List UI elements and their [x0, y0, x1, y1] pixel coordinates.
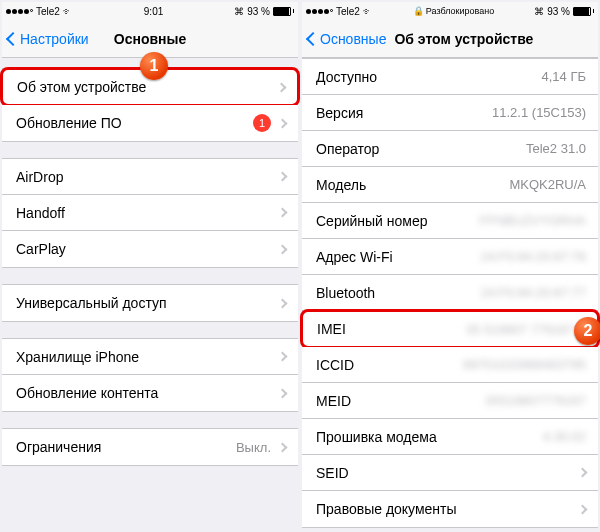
- settings-row[interactable]: Обновление контента: [2, 375, 298, 411]
- chevron-right-icon: [278, 298, 288, 308]
- battery-icon: [273, 7, 294, 16]
- row-label: MEID: [316, 393, 351, 409]
- row-label: SEID: [316, 465, 349, 481]
- about-row[interactable]: Правовые документы: [302, 491, 598, 527]
- chevron-right-icon: [278, 244, 288, 254]
- about-row: Адрес Wi-Fi24:F0:94:20:87:76: [302, 239, 598, 275]
- row-label: Оператор: [316, 141, 379, 157]
- update-badge: 1: [253, 114, 271, 132]
- chevron-right-icon: [278, 388, 288, 398]
- row-label: Прошивка модема: [316, 429, 437, 445]
- about-row: ОператорTele2 31.0: [302, 131, 598, 167]
- battery-pct: 93 %: [247, 6, 270, 17]
- row-value: MKQK2RU/A: [509, 177, 586, 192]
- row-label: Хранилище iPhone: [16, 349, 139, 365]
- chevron-right-icon: [278, 352, 288, 362]
- signal-icon: [6, 9, 33, 14]
- row-value: 4,14 ГБ: [542, 69, 586, 84]
- about-row: IMEI35 519807 779167 9: [300, 309, 600, 349]
- settings-row[interactable]: CarPlay: [2, 231, 298, 267]
- row-label: Обновление контента: [16, 385, 158, 401]
- page-title: Об этом устройстве: [394, 31, 533, 47]
- unlocked-label: Разблокировано: [426, 6, 494, 16]
- settings-row[interactable]: Handoff: [2, 195, 298, 231]
- nav-header: Настройки Основные 1: [2, 20, 298, 58]
- settings-row[interactable]: Хранилище iPhone: [2, 339, 298, 375]
- battery-pct: 93 %: [547, 6, 570, 17]
- about-row: Серийный номерFFNBUZVYGRHA: [302, 203, 598, 239]
- about-list: 2 Доступно4,14 ГБВерсия11.2.1 (15C153)Оп…: [302, 58, 598, 528]
- row-label: AirDrop: [16, 169, 63, 185]
- row-label: Bluetooth: [316, 285, 375, 301]
- wifi-icon: ᯤ: [363, 6, 373, 17]
- wifi-icon: ᯤ: [63, 6, 73, 17]
- chevron-right-icon: [278, 118, 288, 128]
- row-value: 24:F0:94:20:87:76: [480, 249, 586, 264]
- page-title: Основные: [114, 31, 187, 47]
- row-label: Handoff: [16, 205, 65, 221]
- row-value: 24:F0:94:20:87:77: [480, 285, 586, 300]
- row-value: Выкл.: [236, 440, 271, 455]
- signal-icon: [306, 9, 333, 14]
- about-row: Доступно4,14 ГБ: [302, 59, 598, 95]
- about-row: Bluetooth24:F0:94:20:87:77: [302, 275, 598, 311]
- carrier-label: Tele2: [336, 6, 360, 17]
- about-row: ICCID89701020968483795: [302, 347, 598, 383]
- row-value: 11.2.1 (15C153): [492, 105, 586, 120]
- about-row: Версия11.2.1 (15C153): [302, 95, 598, 131]
- row-label: Серийный номер: [316, 213, 428, 229]
- settings-row[interactable]: AirDrop: [2, 159, 298, 195]
- row-label: ICCID: [316, 357, 354, 373]
- row-label: IMEI: [317, 321, 346, 337]
- row-label: Правовые документы: [316, 501, 457, 517]
- chevron-right-icon: [578, 504, 588, 514]
- row-value: FFNBUZVYGRHA: [480, 213, 586, 228]
- bluetooth-icon: ⌘: [534, 6, 544, 17]
- row-label: Обновление ПО: [16, 115, 122, 131]
- settings-row[interactable]: ОграниченияВыкл.: [2, 429, 298, 465]
- chevron-right-icon: [278, 208, 288, 218]
- row-label: CarPlay: [16, 241, 66, 257]
- chevron-right-icon: [277, 82, 287, 92]
- row-label: Об этом устройстве: [17, 79, 146, 95]
- about-row: Прошивка модема4.30.02: [302, 419, 598, 455]
- row-value: 89701020968483795: [463, 357, 586, 372]
- about-row: MEID35519807779167: [302, 383, 598, 419]
- row-value: Tele2 31.0: [526, 141, 586, 156]
- about-row[interactable]: SEID: [302, 455, 598, 491]
- row-label: Модель: [316, 177, 366, 193]
- callout-badge-1: 1: [140, 52, 168, 80]
- chevron-right-icon: [278, 172, 288, 182]
- back-label: Настройки: [20, 31, 89, 47]
- carrier-label: Tele2: [36, 6, 60, 17]
- row-value: 4.30.02: [543, 429, 586, 444]
- about-row: МодельMKQK2RU/A: [302, 167, 598, 203]
- chevron-right-icon: [578, 468, 588, 478]
- lock-icon: 🔒: [413, 6, 424, 16]
- settings-row[interactable]: Обновление ПО1: [2, 105, 298, 141]
- row-value: 35519807779167: [485, 393, 586, 408]
- status-bar: Tele2 ᯤ 9:01 ⌘ 93 %: [2, 2, 298, 20]
- clock: 9:01: [144, 6, 163, 17]
- callout-badge-2: 2: [574, 317, 600, 345]
- settings-row[interactable]: Универсальный доступ: [2, 285, 298, 321]
- settings-list: Об этом устройствеОбновление ПО1AirDropH…: [2, 68, 298, 466]
- chevron-right-icon: [278, 442, 288, 452]
- chevron-left-icon: [306, 31, 320, 45]
- back-button[interactable]: Основные: [308, 31, 386, 47]
- chevron-left-icon: [6, 31, 20, 45]
- status-bar: Tele2 ᯤ 🔒 Разблокировано ⌘ 93 %: [302, 2, 598, 20]
- bluetooth-icon: ⌘: [234, 6, 244, 17]
- nav-header: Основные Об этом устройстве: [302, 20, 598, 58]
- back-label: Основные: [320, 31, 386, 47]
- battery-icon: [573, 7, 594, 16]
- row-value: 35 519807 779167 9: [466, 322, 585, 337]
- row-label: Универсальный доступ: [16, 295, 167, 311]
- row-label: Адрес Wi-Fi: [316, 249, 393, 265]
- row-label: Ограничения: [16, 439, 101, 455]
- phone-left: Tele2 ᯤ 9:01 ⌘ 93 % Настройки Основные 1…: [2, 2, 298, 528]
- phone-right: Tele2 ᯤ 🔒 Разблокировано ⌘ 93 % Основные…: [302, 2, 598, 528]
- row-label: Версия: [316, 105, 363, 121]
- back-button[interactable]: Настройки: [8, 31, 89, 47]
- row-label: Доступно: [316, 69, 377, 85]
